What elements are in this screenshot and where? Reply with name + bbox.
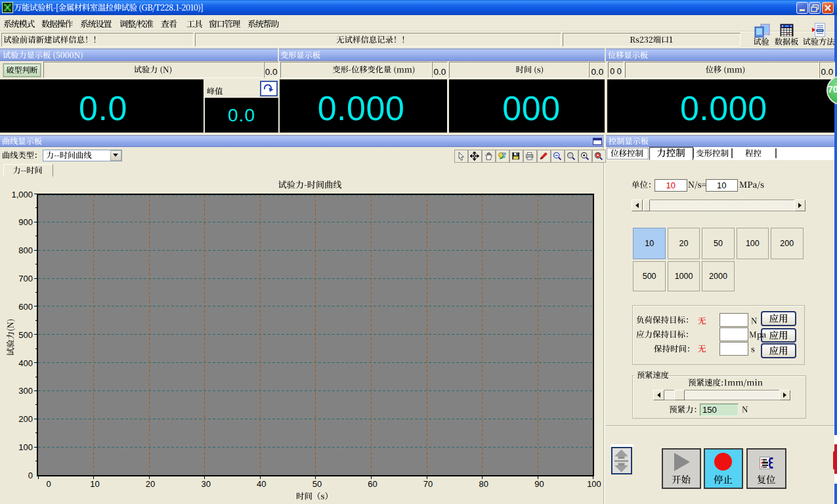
svg-text:20: 20 [146,479,155,489]
svg-text:800: 800 [18,245,33,255]
svg-text:10: 10 [90,479,99,489]
svg-text:100: 100 [587,479,601,489]
svg-text:900: 900 [18,217,33,227]
svg-text:0: 0 [46,479,51,489]
svg-text:100: 100 [18,442,33,452]
svg-text:50: 50 [312,479,322,489]
svg-text:60: 60 [368,479,377,489]
svg-text:300: 300 [18,386,33,396]
svg-text:500: 500 [18,330,33,340]
svg-text:600: 600 [18,302,33,312]
svg-text:30: 30 [201,479,210,489]
svg-text:90: 90 [534,479,544,489]
svg-text:1,000: 1,000 [11,190,33,200]
svg-text:0: 0 [28,471,33,480]
svg-text:400: 400 [18,358,33,368]
svg-text:80: 80 [479,479,488,489]
svg-text:70: 70 [423,479,433,489]
svg-text:200: 200 [18,414,33,424]
svg-text:40: 40 [257,479,266,489]
svg-text:700: 700 [18,274,33,284]
